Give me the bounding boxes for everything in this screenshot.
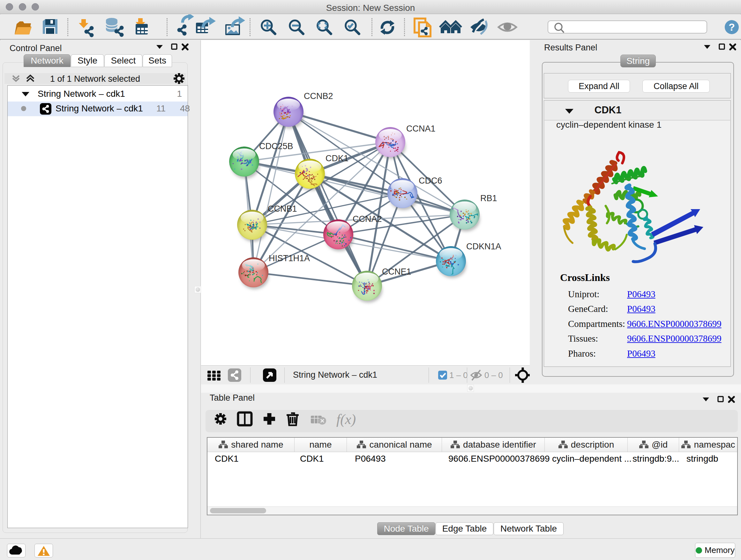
svg-text:CDC25B: CDC25B bbox=[259, 141, 293, 151]
svg-text:CDC6: CDC6 bbox=[419, 176, 442, 186]
svg-text:RB1: RB1 bbox=[480, 193, 497, 203]
svg-text:CCNA2: CCNA2 bbox=[353, 214, 382, 224]
svg-text:f(x): f(x) bbox=[336, 412, 356, 427]
svg-text:?: ? bbox=[729, 21, 735, 33]
svg-text:CDKN1A: CDKN1A bbox=[466, 242, 501, 251]
svg-text:CCNB1: CCNB1 bbox=[268, 204, 297, 213]
svg-text:HIST1H1A: HIST1H1A bbox=[269, 253, 310, 263]
svg-text:CCNB2: CCNB2 bbox=[304, 91, 333, 101]
svg-text:CDK1: CDK1 bbox=[326, 153, 348, 163]
svg-text:CCNA1: CCNA1 bbox=[406, 124, 435, 133]
svg-text:CCNE1: CCNE1 bbox=[382, 267, 411, 276]
